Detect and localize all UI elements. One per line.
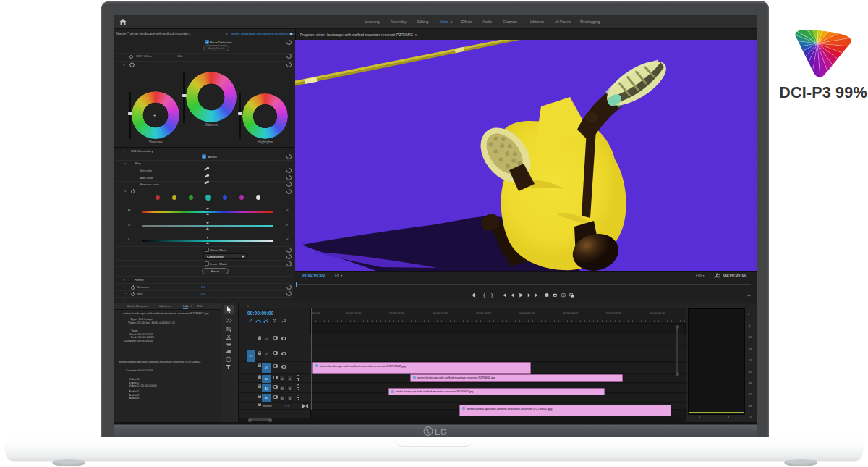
svg-text:}: }: [491, 293, 493, 298]
svg-text:LG: LG: [435, 427, 447, 437]
svg-text:{: {: [483, 293, 485, 298]
svg-text:T: T: [226, 363, 231, 371]
